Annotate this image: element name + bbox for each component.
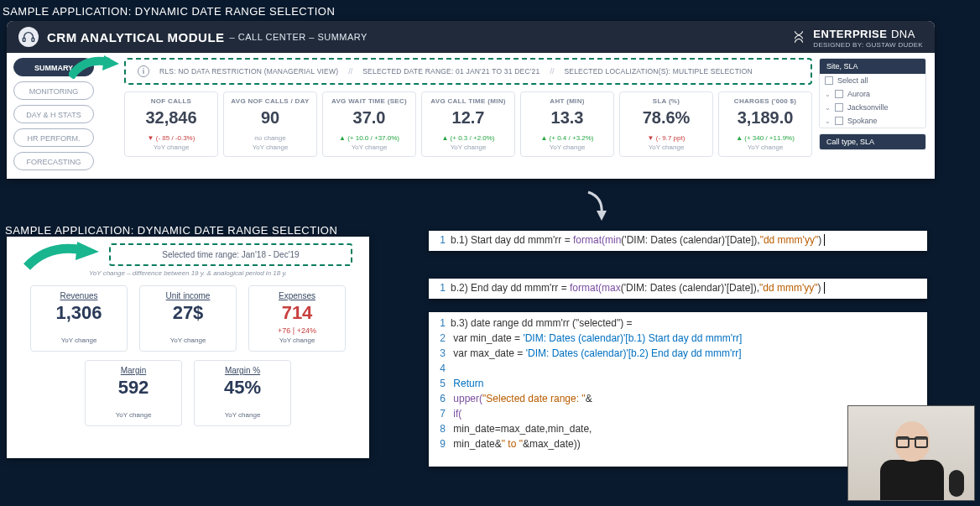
caret-icon: ⌄ bbox=[825, 91, 831, 98]
filter-select-all[interactable]: Select all bbox=[820, 74, 925, 87]
nav-day-h-stats[interactable]: DAY & H STATS bbox=[13, 105, 94, 123]
svg-marker-2 bbox=[102, 55, 119, 70]
filter-site-item[interactable]: ⌄Spokane bbox=[820, 114, 925, 128]
kpi-yoy: YoY change bbox=[227, 143, 313, 151]
card-delta: +76 | +24% bbox=[253, 326, 341, 335]
brand-author: DESIGNED BY: GUSTAW DUDEK bbox=[813, 41, 923, 49]
presenter-avatar bbox=[880, 421, 944, 501]
card-yoy: YoY change bbox=[143, 336, 232, 344]
text-cursor bbox=[821, 234, 825, 246]
kpi-delta: ▲ (+ 0.3 / +2.0%) bbox=[425, 134, 511, 142]
kpi-row: NOF CALLS 32,846 ▼ (- 85 / -0.3%) YoY ch… bbox=[124, 91, 812, 157]
card-title: Revenues bbox=[34, 291, 123, 300]
filter-site-item[interactable]: ⌄Aurora bbox=[820, 87, 925, 101]
checkbox-icon[interactable] bbox=[825, 76, 833, 85]
kpi-delta: ▼ (- 85 / -0.3%) bbox=[128, 134, 214, 142]
brand-name: ENTERPRISE bbox=[813, 28, 887, 40]
checkbox-icon[interactable] bbox=[835, 103, 843, 112]
kpi-yoy: YoY change bbox=[128, 143, 214, 151]
card-yoy: YoY change bbox=[34, 336, 123, 344]
header-title: CRM ANALYTICAL MODULE bbox=[47, 30, 225, 44]
card-value: 592 bbox=[89, 377, 178, 399]
card-row: Revenues 1,306 +230 | +43% YoY changeUni… bbox=[17, 285, 359, 352]
card-value: 27$ bbox=[143, 302, 232, 324]
kpi-yoy: YoY change bbox=[326, 143, 412, 151]
metric-card: Expenses 714 +76 | +24% YoY change bbox=[248, 285, 346, 352]
filter-calltype: Call type, SLA bbox=[819, 133, 926, 150]
svg-rect-1 bbox=[32, 38, 34, 41]
kpi-card: AVG CALL TIME (MIN) 12.7 ▲ (+ 0.3 / +2.0… bbox=[421, 91, 515, 157]
kpi-value: 90 bbox=[227, 108, 313, 128]
kpi-delta: ▲ (+ 10.0 / +37.0%) bbox=[326, 134, 412, 142]
checkbox-icon[interactable] bbox=[835, 90, 843, 98]
info-icon: i bbox=[138, 65, 149, 77]
caret-icon: ⌄ bbox=[825, 104, 831, 112]
kpi-value: 12.7 bbox=[425, 108, 511, 128]
caret-icon: ⌄ bbox=[825, 117, 831, 125]
checkbox-icon[interactable] bbox=[835, 117, 843, 125]
kpi-yoy: YoY change bbox=[524, 143, 610, 151]
header-subtitle: – CALL CENTER – SUMMARY bbox=[230, 32, 368, 42]
kpi-value: 13.3 bbox=[524, 108, 610, 128]
card-delta: +8 p.p bbox=[198, 401, 287, 409]
header-bar: CRM ANALYTICAL MODULE – CALL CENTER – SU… bbox=[7, 21, 935, 53]
connector-arrow-icon bbox=[583, 189, 617, 222]
kpi-card: AVG WAIT TIME (SEC) 37.0 ▲ (+ 10.0 / +37… bbox=[322, 91, 416, 157]
rls-text-c: SELECTED LOCALIZATION(S): MULTIPLE SELEC… bbox=[564, 67, 752, 76]
card-title: Margin % bbox=[198, 366, 287, 375]
kpi-yoy: YoY change bbox=[425, 143, 511, 151]
kpi-card: NOF CALLS 32,846 ▼ (- 85 / -0.3%) YoY ch… bbox=[124, 91, 218, 157]
kpi-delta: ▲ (+ 340 / +11.9%) bbox=[722, 134, 808, 142]
kpi-label: AHT (MIN) bbox=[524, 97, 610, 105]
kpi-label: AVG CALL TIME (MIN) bbox=[425, 97, 511, 105]
dna-icon bbox=[791, 29, 806, 44]
nav-monitoring[interactable]: MONITORING bbox=[13, 81, 94, 100]
svg-rect-0 bbox=[23, 38, 25, 41]
kpi-label: SLA (%) bbox=[623, 97, 709, 105]
metric-card: Margin % 45% +8 p.p YoY change bbox=[194, 360, 291, 426]
card-yoy: YoY change bbox=[198, 411, 287, 419]
kpi-delta: no change bbox=[227, 134, 313, 142]
card-title: Expenses bbox=[253, 291, 341, 300]
card-delta: +3 | +12% bbox=[143, 326, 232, 335]
crm-dashboard-panel: CRM ANALYTICAL MODULE – CALL CENTER – SU… bbox=[7, 21, 935, 179]
filter-pane: Site, SLA Select all ⌄Aurora⌄Jacksonvill… bbox=[819, 53, 935, 179]
kpi-delta: ▼ (- 9.7 ppt) bbox=[623, 134, 709, 142]
card-value: 714 bbox=[253, 302, 341, 324]
card-yoy: YoY change bbox=[253, 336, 341, 344]
card-value: 1,306 bbox=[34, 302, 123, 324]
code-snippet-b2: 1b.2) End day dd mmm'rr = format(max('DI… bbox=[429, 279, 927, 299]
kpi-yoy: YoY change bbox=[722, 143, 808, 151]
kpi-delta: ▲ (+ 0.4 / +3.2%) bbox=[524, 134, 610, 142]
rls-text-a: RLS: NO DATA RESTRICTION (MANAGERIAL VIE… bbox=[159, 67, 338, 76]
main-area: i RLS: NO DATA RESTRICTION (MANAGERIAL V… bbox=[101, 53, 819, 179]
microphone-icon bbox=[949, 470, 964, 497]
brand-block: ENTERPRISE DNA DESIGNED BY: GUSTAW DUDEK bbox=[791, 26, 923, 49]
kpi-card: AHT (MIN) 13.3 ▲ (+ 0.4 / +3.2%) YoY cha… bbox=[520, 91, 614, 157]
card-value: 45% bbox=[198, 377, 287, 399]
rls-info-strip: i RLS: NO DATA RESTRICTION (MANAGERIAL V… bbox=[124, 58, 812, 85]
filter-site-item[interactable]: ⌄Jacksonville bbox=[820, 101, 925, 114]
yoy-note: YoY change – difference between 19 y. & … bbox=[17, 269, 359, 277]
selected-range-strip: Selected time range: Jan'18 - Dec'19 bbox=[109, 243, 352, 266]
kpi-label: AVG NOF CALLS / DAY bbox=[227, 97, 313, 105]
nav-forecasting[interactable]: FORECASTING bbox=[13, 152, 94, 170]
card-delta: +154 | +70% bbox=[89, 401, 178, 409]
svg-marker-3 bbox=[76, 242, 99, 260]
card-delta: +230 | +43% bbox=[34, 326, 123, 335]
kpi-value: 3,189.0 bbox=[722, 108, 808, 128]
section-title-top: SAMPLE APPLICATION: DYNAMIC DATE RANGE S… bbox=[0, 0, 980, 23]
metric-card: Revenues 1,306 +230 | +43% YoY change bbox=[30, 285, 128, 352]
filter-site: Site, SLA Select all ⌄Aurora⌄Jacksonvill… bbox=[819, 58, 926, 128]
metric-card: Unit income 27$ +3 | +12% YoY change bbox=[139, 285, 237, 352]
kpi-yoy: YoY change bbox=[623, 143, 709, 151]
annotation-arrow-icon bbox=[69, 54, 119, 79]
filter-site-header: Site, SLA bbox=[820, 59, 925, 74]
kpi-label: AVG WAIT TIME (SEC) bbox=[326, 97, 412, 105]
nav-hr-perform[interactable]: HR PERFORM. bbox=[13, 128, 94, 147]
headset-icon bbox=[18, 27, 39, 47]
kpi-label: NOF CALLS bbox=[128, 97, 214, 105]
card-title: Margin bbox=[89, 366, 178, 375]
card-title: Unit income bbox=[143, 291, 232, 300]
text-cursor bbox=[821, 282, 824, 294]
